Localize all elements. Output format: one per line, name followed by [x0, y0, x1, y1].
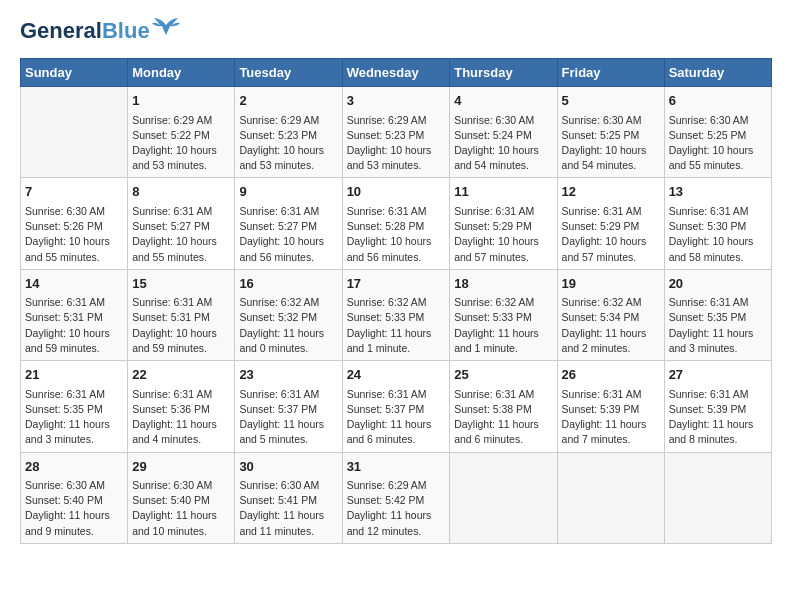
- calendar-week-row: 21Sunrise: 6:31 AMSunset: 5:35 PMDayligh…: [21, 361, 772, 452]
- day-info-line: Daylight: 11 hours: [669, 417, 767, 432]
- day-info-line: Daylight: 10 hours: [562, 143, 660, 158]
- day-number: 13: [669, 182, 767, 202]
- day-info-line: Daylight: 11 hours: [239, 326, 337, 341]
- day-info-line: Daylight: 11 hours: [347, 417, 446, 432]
- calendar-cell: 2Sunrise: 6:29 AMSunset: 5:23 PMDaylight…: [235, 87, 342, 178]
- day-info-line: Sunrise: 6:31 AM: [669, 387, 767, 402]
- day-info-line: Sunrise: 6:32 AM: [454, 295, 552, 310]
- day-number: 1: [132, 91, 230, 111]
- day-info-line: and 9 minutes.: [25, 524, 123, 539]
- calendar-cell: 11Sunrise: 6:31 AMSunset: 5:29 PMDayligh…: [450, 178, 557, 269]
- day-info-line: and 58 minutes.: [669, 250, 767, 265]
- calendar-cell: 26Sunrise: 6:31 AMSunset: 5:39 PMDayligh…: [557, 361, 664, 452]
- day-info-line: Daylight: 11 hours: [239, 417, 337, 432]
- day-info-line: and 56 minutes.: [347, 250, 446, 265]
- day-info-line: Sunset: 5:26 PM: [25, 219, 123, 234]
- day-info-line: Daylight: 10 hours: [454, 143, 552, 158]
- day-info-line: Daylight: 11 hours: [25, 508, 123, 523]
- calendar-cell: [557, 452, 664, 543]
- calendar-cell: [450, 452, 557, 543]
- day-info-line: and 54 minutes.: [454, 158, 552, 173]
- day-number: 31: [347, 457, 446, 477]
- day-info-line: and 0 minutes.: [239, 341, 337, 356]
- day-info-line: and 6 minutes.: [347, 432, 446, 447]
- calendar-cell: 15Sunrise: 6:31 AMSunset: 5:31 PMDayligh…: [128, 269, 235, 360]
- day-info-line: Sunrise: 6:32 AM: [562, 295, 660, 310]
- calendar-cell: 20Sunrise: 6:31 AMSunset: 5:35 PMDayligh…: [664, 269, 771, 360]
- day-info-line: and 59 minutes.: [25, 341, 123, 356]
- calendar-cell: 10Sunrise: 6:31 AMSunset: 5:28 PMDayligh…: [342, 178, 450, 269]
- day-info-line: Daylight: 11 hours: [669, 326, 767, 341]
- day-info-line: and 5 minutes.: [239, 432, 337, 447]
- day-info-line: Daylight: 10 hours: [239, 143, 337, 158]
- calendar-cell: 25Sunrise: 6:31 AMSunset: 5:38 PMDayligh…: [450, 361, 557, 452]
- day-info-line: Sunrise: 6:30 AM: [25, 204, 123, 219]
- day-info-line: Sunset: 5:23 PM: [347, 128, 446, 143]
- day-info-line: Sunset: 5:33 PM: [347, 310, 446, 325]
- calendar-cell: 7Sunrise: 6:30 AMSunset: 5:26 PMDaylight…: [21, 178, 128, 269]
- day-info-line: Sunrise: 6:31 AM: [25, 295, 123, 310]
- day-info-line: Sunrise: 6:31 AM: [454, 204, 552, 219]
- day-number: 11: [454, 182, 552, 202]
- day-info-line: Sunset: 5:39 PM: [562, 402, 660, 417]
- day-number: 5: [562, 91, 660, 111]
- day-info-line: Sunrise: 6:30 AM: [669, 113, 767, 128]
- day-info-line: Sunset: 5:36 PM: [132, 402, 230, 417]
- day-info-line: Sunrise: 6:32 AM: [239, 295, 337, 310]
- day-info-line: Daylight: 10 hours: [347, 143, 446, 158]
- day-info-line: and 1 minute.: [347, 341, 446, 356]
- page-header: GeneralBlue: [20, 20, 772, 42]
- day-info-line: Sunrise: 6:29 AM: [132, 113, 230, 128]
- day-header-thursday: Thursday: [450, 59, 557, 87]
- day-info-line: and 53 minutes.: [239, 158, 337, 173]
- day-number: 21: [25, 365, 123, 385]
- calendar-cell: 22Sunrise: 6:31 AMSunset: 5:36 PMDayligh…: [128, 361, 235, 452]
- day-number: 28: [25, 457, 123, 477]
- day-info-line: Daylight: 11 hours: [132, 417, 230, 432]
- day-number: 24: [347, 365, 446, 385]
- calendar-cell: 1Sunrise: 6:29 AMSunset: 5:22 PMDaylight…: [128, 87, 235, 178]
- day-number: 4: [454, 91, 552, 111]
- day-info-line: and 54 minutes.: [562, 158, 660, 173]
- day-info-line: Daylight: 10 hours: [25, 326, 123, 341]
- day-info-line: Daylight: 11 hours: [347, 508, 446, 523]
- day-info-line: Daylight: 10 hours: [669, 234, 767, 249]
- day-number: 26: [562, 365, 660, 385]
- day-number: 3: [347, 91, 446, 111]
- day-number: 7: [25, 182, 123, 202]
- day-info-line: and 57 minutes.: [454, 250, 552, 265]
- day-info-line: Sunset: 5:32 PM: [239, 310, 337, 325]
- calendar-cell: 24Sunrise: 6:31 AMSunset: 5:37 PMDayligh…: [342, 361, 450, 452]
- day-number: 12: [562, 182, 660, 202]
- day-info-line: Sunrise: 6:32 AM: [347, 295, 446, 310]
- day-info-line: and 12 minutes.: [347, 524, 446, 539]
- day-number: 27: [669, 365, 767, 385]
- day-number: 10: [347, 182, 446, 202]
- day-info-line: and 10 minutes.: [132, 524, 230, 539]
- day-info-line: Sunrise: 6:31 AM: [132, 204, 230, 219]
- day-info-line: Sunrise: 6:31 AM: [132, 387, 230, 402]
- day-info-line: Sunset: 5:35 PM: [669, 310, 767, 325]
- day-info-line: Daylight: 10 hours: [454, 234, 552, 249]
- day-info-line: Daylight: 11 hours: [562, 326, 660, 341]
- day-header-tuesday: Tuesday: [235, 59, 342, 87]
- logo-bird-icon: [152, 17, 180, 37]
- calendar-cell: 30Sunrise: 6:30 AMSunset: 5:41 PMDayligh…: [235, 452, 342, 543]
- day-info-line: Sunset: 5:37 PM: [347, 402, 446, 417]
- day-number: 17: [347, 274, 446, 294]
- calendar-cell: 29Sunrise: 6:30 AMSunset: 5:40 PMDayligh…: [128, 452, 235, 543]
- day-info-line: Sunrise: 6:31 AM: [669, 295, 767, 310]
- day-info-line: Sunset: 5:25 PM: [669, 128, 767, 143]
- day-info-line: and 57 minutes.: [562, 250, 660, 265]
- day-info-line: and 56 minutes.: [239, 250, 337, 265]
- day-number: 20: [669, 274, 767, 294]
- day-number: 2: [239, 91, 337, 111]
- day-number: 22: [132, 365, 230, 385]
- day-info-line: Sunrise: 6:31 AM: [669, 204, 767, 219]
- day-number: 19: [562, 274, 660, 294]
- day-number: 30: [239, 457, 337, 477]
- day-info-line: Sunset: 5:31 PM: [132, 310, 230, 325]
- calendar-cell: 5Sunrise: 6:30 AMSunset: 5:25 PMDaylight…: [557, 87, 664, 178]
- calendar-cell: 28Sunrise: 6:30 AMSunset: 5:40 PMDayligh…: [21, 452, 128, 543]
- calendar-cell: 18Sunrise: 6:32 AMSunset: 5:33 PMDayligh…: [450, 269, 557, 360]
